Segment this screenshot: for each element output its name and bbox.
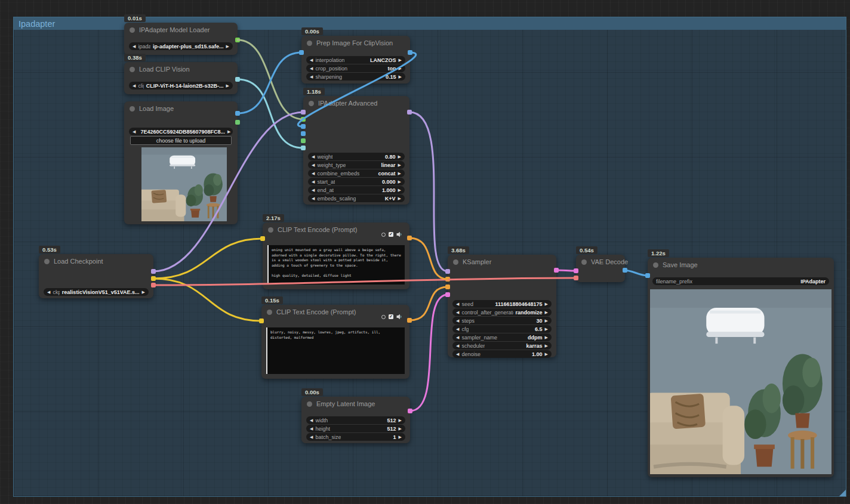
- model-input-port[interactable]: [445, 269, 450, 274]
- decrement-arrow-icon[interactable]: ◀: [312, 194, 315, 202]
- decrement-arrow-icon[interactable]: ◀: [47, 288, 50, 296]
- widget-weight-type[interactable]: ◀ weight_type linear ▶: [308, 161, 405, 169]
- widget-batch-size[interactable]: ◀ batch_size 1 ▶: [306, 433, 405, 441]
- increment-arrow-icon[interactable]: ▶: [545, 308, 548, 316]
- node-save-image[interactable]: 1.22s Save Image filename_prefix IPAdapt…: [648, 258, 834, 477]
- node-vae-decode[interactable]: 0.54s VAE Decode: [576, 255, 625, 282]
- node-header[interactable]: VAE Decode: [576, 255, 625, 269]
- increment-arrow-icon[interactable]: ▶: [398, 169, 401, 177]
- decrement-arrow-icon[interactable]: ◀: [310, 416, 313, 424]
- increment-arrow-icon[interactable]: ▶: [399, 416, 402, 424]
- model-output-port[interactable]: [407, 110, 412, 115]
- image-output-port[interactable]: [623, 268, 627, 273]
- widget-crop-position[interactable]: ◀ crop_position top ▶: [306, 64, 405, 72]
- collapse-dot-icon[interactable]: [653, 262, 658, 268]
- widget-combine-embeds[interactable]: ◀ combine_embeds concat ▶: [308, 169, 405, 177]
- widget-filename-prefix[interactable]: filename_prefix IPAdapter: [652, 277, 829, 285]
- widget-control-after-generate[interactable]: ◀ control_after_generate randomize ▶: [452, 308, 552, 316]
- increment-arrow-icon[interactable]: ▶: [399, 64, 402, 72]
- node-ipadapter-advanced[interactable]: 1.18s IPAdapter Advanced ◀ weight 0.80 ▶…: [303, 96, 409, 205]
- node-prep-image-for-clipvision[interactable]: 0.00s Prep Image For ClipVision ◀ interp…: [301, 36, 410, 84]
- collapse-dot-icon[interactable]: [130, 27, 135, 33]
- increment-arrow-icon[interactable]: ▶: [398, 178, 401, 185]
- widget-clip-name[interactable]: ◀ clip_name CLIP-ViT-H-14-laion2B-s32B-.…: [129, 82, 233, 89]
- widget-image[interactable]: ◀ image 7E4260CC5924DB85607908FC8... ▶: [129, 128, 233, 135]
- increment-arrow-icon[interactable]: ▶: [398, 153, 401, 160]
- node-header[interactable]: Empty Latent Image: [301, 397, 410, 411]
- speaker-icon[interactable]: [396, 231, 402, 237]
- collapse-dot-icon[interactable]: [130, 106, 135, 112]
- attn-mask-input-port[interactable]: [301, 138, 306, 143]
- node-header[interactable]: Load Image: [124, 101, 238, 116]
- increment-arrow-icon[interactable]: ▶: [142, 288, 145, 296]
- increment-arrow-icon[interactable]: ▶: [545, 350, 548, 358]
- decrement-arrow-icon[interactable]: ◀: [312, 186, 315, 194]
- model-output-port[interactable]: [151, 269, 156, 274]
- widget-start-at[interactable]: ◀ start_at 0.000 ▶: [308, 178, 405, 185]
- increment-arrow-icon[interactable]: ▶: [399, 73, 402, 81]
- increment-arrow-icon[interactable]: ▶: [226, 82, 229, 89]
- decrement-arrow-icon[interactable]: ◀: [456, 333, 459, 341]
- collapse-dot-icon[interactable]: [309, 101, 314, 106]
- decrement-arrow-icon[interactable]: ◀: [312, 153, 315, 160]
- negative-input-port[interactable]: [445, 285, 450, 289]
- collapse-dot-icon[interactable]: [453, 259, 458, 265]
- decrement-arrow-icon[interactable]: ◀: [456, 350, 459, 358]
- image-output-port[interactable]: [235, 111, 240, 116]
- samples-input-port[interactable]: [574, 268, 578, 273]
- node-header[interactable]: IPAdapter Advanced: [303, 96, 409, 110]
- latent-output-port[interactable]: [554, 268, 559, 273]
- decrement-arrow-icon[interactable]: ◀: [312, 178, 315, 185]
- node-ipadapter-model-loader[interactable]: 0.01s IPAdapter Model Loader ◀ ipadapter…: [124, 23, 238, 55]
- increment-arrow-icon[interactable]: ▶: [226, 42, 229, 50]
- node-load-checkpoint[interactable]: 0.53s Load Checkpoint ◀ ckpt_name realis…: [39, 254, 153, 298]
- collapse-dot-icon[interactable]: [307, 41, 312, 46]
- widget-steps[interactable]: ◀ steps 30 ▶: [452, 317, 552, 324]
- collapse-dot-icon[interactable]: [268, 227, 273, 233]
- collapse-dot-icon[interactable]: [44, 259, 50, 264]
- mask-output-port[interactable]: [235, 120, 240, 125]
- clip-input-port[interactable]: [260, 236, 265, 241]
- group-resize-handle[interactable]: [839, 490, 846, 496]
- negative-prompt-textarea[interactable]: blurry, noisy, messy, lowres, jpeg, arti…: [266, 327, 405, 374]
- node-ksampler[interactable]: 3.68s KSampler ◀ seed 1116618804648175 ▶…: [448, 255, 556, 357]
- widget-height[interactable]: ◀ height 512 ▶: [306, 425, 405, 432]
- circle-icon[interactable]: [381, 233, 386, 237]
- clip-vision-input-port[interactable]: [301, 146, 306, 150]
- vae-output-port[interactable]: [151, 283, 156, 287]
- decrement-arrow-icon[interactable]: ◀: [312, 161, 315, 169]
- increment-arrow-icon[interactable]: ▶: [545, 333, 548, 341]
- decrement-arrow-icon[interactable]: ◀: [456, 342, 459, 350]
- ipadapter-output-port[interactable]: [235, 38, 240, 42]
- model-input-port[interactable]: [301, 110, 306, 115]
- node-header[interactable]: Save Image: [648, 258, 834, 272]
- decrement-arrow-icon[interactable]: ◀: [133, 128, 135, 135]
- node-graph-canvas[interactable]: Ipadapter 0.01s IPAdapter Model Loader ◀…: [0, 0, 850, 504]
- node-header[interactable]: Load CLIP Vision: [124, 62, 238, 76]
- conditioning-output-port[interactable]: [407, 236, 412, 240]
- node-clip-text-encode-positive[interactable]: 2.17s CLIP Text Encode (Prompt) ✓ oning …: [263, 222, 409, 289]
- vae-input-port[interactable]: [574, 276, 578, 280]
- speaker-icon[interactable]: [396, 314, 402, 320]
- circle-icon[interactable]: [381, 315, 386, 319]
- clip-output-port[interactable]: [151, 276, 156, 281]
- choose-file-button[interactable]: choose file to upload: [130, 136, 232, 145]
- widget-weight[interactable]: ◀ weight 0.80 ▶: [308, 153, 405, 160]
- increment-arrow-icon[interactable]: ▶: [399, 433, 402, 441]
- decrement-arrow-icon[interactable]: ◀: [310, 64, 313, 72]
- node-clip-text-encode-negative[interactable]: 0.15s CLIP Text Encode (Prompt) ✓ blurry…: [261, 305, 409, 379]
- image-input-port[interactable]: [299, 50, 304, 55]
- widget-sampler-name[interactable]: ◀ sampler_name ddpm ▶: [452, 333, 552, 341]
- node-header[interactable]: Load Checkpoint: [39, 254, 153, 268]
- conditioning-output-port[interactable]: [407, 318, 412, 323]
- clip-input-port[interactable]: [259, 319, 264, 323]
- positive-prompt-textarea[interactable]: oning unit mounted on a gray wall above …: [267, 245, 405, 285]
- widget-ipadapter-file[interactable]: ◀ ipadapter_file ip-adapter-plus_sd15.sa…: [129, 42, 233, 50]
- increment-arrow-icon[interactable]: ▶: [398, 161, 401, 169]
- increment-arrow-icon[interactable]: ▶: [545, 325, 548, 333]
- increment-arrow-icon[interactable]: ▶: [399, 56, 402, 64]
- collapse-dot-icon[interactable]: [581, 259, 587, 265]
- latent-output-port[interactable]: [408, 409, 412, 413]
- positive-input-port[interactable]: [445, 277, 450, 282]
- increment-arrow-icon[interactable]: ▶: [398, 186, 401, 194]
